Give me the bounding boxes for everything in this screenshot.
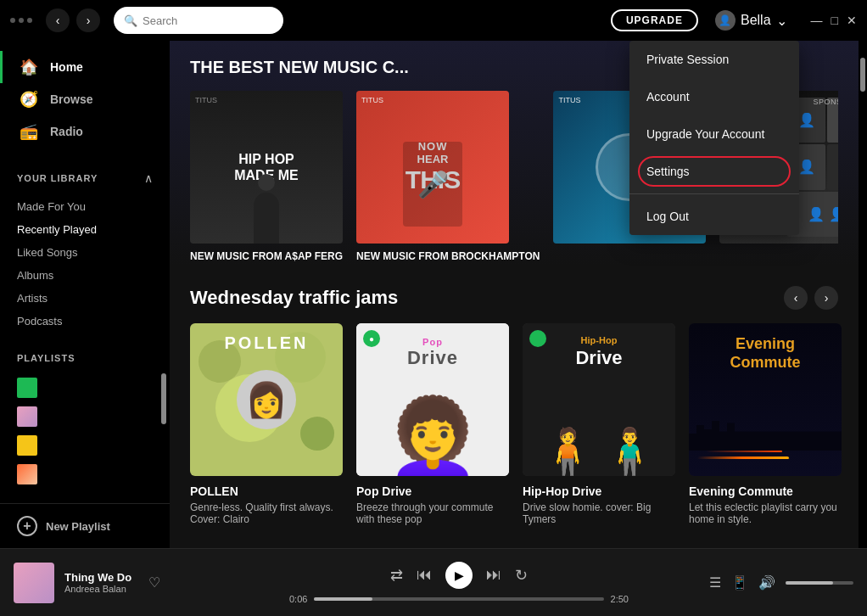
list-item[interactable] xyxy=(17,402,153,431)
dropdown-settings[interactable]: Settings xyxy=(629,153,799,190)
heart-button[interactable]: ♡ xyxy=(148,574,160,591)
minimize-button[interactable]: — xyxy=(811,14,823,27)
playlist-thumb xyxy=(17,435,37,456)
playlist-art-pollen: 👩 POLLEN xyxy=(190,323,343,476)
album-card-hiphop[interactable]: TITUS HIP HOPMADE ME NEW MUSIC FROM A$AP xyxy=(190,91,343,266)
evening-title: EveningCommute xyxy=(730,335,800,372)
window-dots xyxy=(10,18,32,23)
library-item-podcasts[interactable]: Podcasts xyxy=(17,310,153,333)
player-bar: Thing We Do Andreea Balan ♡ ⇄ ⏮ ▶ ⏭ ↻ 0:… xyxy=(0,548,867,616)
global-scrollbar[interactable] xyxy=(859,41,867,548)
chevron-down-icon: ⌄ xyxy=(776,13,787,29)
section-prev-button[interactable]: ‹ xyxy=(784,286,808,310)
section-nav: ‹ › xyxy=(784,286,838,310)
list-item[interactable] xyxy=(17,373,153,402)
playlist-card-pollen[interactable]: 👩 POLLEN POLLEN Genre-less. Quality firs… xyxy=(190,323,343,525)
progress-fill xyxy=(314,597,372,601)
playlist-thumb xyxy=(17,406,37,427)
wednesday-section: Wednesday traffic jams ‹ › xyxy=(170,266,859,539)
dropdown-account[interactable]: Account xyxy=(629,78,799,115)
volume-fill xyxy=(786,581,833,585)
browse-icon: 🧭 xyxy=(20,90,38,109)
pop-label: Pop xyxy=(422,337,443,347)
new-playlist-button[interactable]: + New Playlist xyxy=(0,503,170,548)
sidebar: 🏠 Home 🧭 Browse 📻 Radio YOUR LIBRARY ∧ M… xyxy=(0,41,170,548)
person-icon: 🎤 xyxy=(417,170,449,199)
current-time: 0:06 xyxy=(289,594,307,604)
sidebar-item-label: Browse xyxy=(50,92,93,106)
queue-button[interactable]: ☰ xyxy=(709,574,721,591)
album-card-nhs[interactable]: TITUS NOW HEAR THIS 🎤 NEW MUSIC FROM BRO… xyxy=(356,91,540,266)
titus-label: TITUS xyxy=(558,96,580,104)
light-trail-2 xyxy=(706,451,782,452)
library-item-liked-songs[interactable]: Liked Songs xyxy=(17,241,153,264)
face4: 👤 xyxy=(827,144,838,189)
album-art-image: TITUS HIP HOPMADE ME xyxy=(190,91,343,244)
dropdown-log-out[interactable]: Log Out xyxy=(629,198,799,235)
spotify-icon: ● xyxy=(363,330,380,347)
sidebar-scrollbar-thumb[interactable] xyxy=(161,373,166,424)
play-pause-button[interactable]: ▶ xyxy=(445,562,473,589)
album-info: NEW MUSIC FROM A$AP FERG xyxy=(190,244,343,266)
figure-head xyxy=(258,174,275,191)
section-title: Wednesday traffic jams xyxy=(190,287,398,309)
sidebar-item-home[interactable]: 🏠 Home xyxy=(0,51,170,83)
sidebar-library: YOUR LIBRARY ∧ Made For You Recently Pla… xyxy=(0,158,170,339)
previous-button[interactable]: ⏮ xyxy=(417,566,432,584)
pop-person: 👩‍🦱 xyxy=(356,366,509,476)
shuffle-icon: ⇄ xyxy=(390,567,403,584)
player-right-controls: ☰ 📱 🔊 xyxy=(667,574,853,591)
user-menu-button[interactable]: 👤 Bella ⌄ xyxy=(708,7,794,34)
next-button[interactable]: ⏭ xyxy=(486,566,501,584)
progress-bar[interactable] xyxy=(314,597,603,601)
search-input[interactable] xyxy=(143,14,273,27)
track-artist: Andreea Balan xyxy=(64,584,131,594)
hiphop-drive-visual: Hip-Hop Drive 🧍 🧍‍♂️ xyxy=(523,323,675,476)
avatar: 👤 xyxy=(715,10,736,31)
dropdown-private-session[interactable]: Private Session xyxy=(629,41,799,78)
playlist-card-name: POLLEN xyxy=(190,484,343,498)
evening-visual: EveningCommute xyxy=(689,323,842,476)
library-collapse-button[interactable]: ∧ xyxy=(144,171,153,185)
radio-icon: 📻 xyxy=(20,122,38,141)
playlist-card-pop-drive[interactable]: ● Pop Drive 👩‍🦱 Pop Drive Breeze through… xyxy=(356,323,509,525)
dropdown-menu: Private Session Account Upgrade Your Acc… xyxy=(629,41,799,235)
maximize-button[interactable]: □ xyxy=(831,14,838,27)
playlist-card-desc: Breeze through your commute with these p… xyxy=(356,501,509,525)
list-item[interactable] xyxy=(17,431,153,460)
search-bar[interactable]: 🔍 xyxy=(114,7,283,34)
back-button[interactable]: ‹ xyxy=(46,8,70,32)
forward-button[interactable]: › xyxy=(76,8,100,32)
playback-buttons: ⇄ ⏮ ▶ ⏭ ↻ xyxy=(390,562,528,589)
devices-button[interactable]: 📱 xyxy=(731,574,748,591)
window-controls: — □ ✕ xyxy=(811,14,857,27)
library-item-albums[interactable]: Albums xyxy=(17,264,153,287)
pollen-person-circle: 👩 xyxy=(237,370,296,429)
track-details: Thing We Do Andreea Balan xyxy=(64,571,131,594)
close-button[interactable]: ✕ xyxy=(847,14,857,27)
shuffle-button[interactable]: ⇄ xyxy=(390,566,403,585)
library-item-made-for-you[interactable]: Made For You xyxy=(17,195,153,218)
dropdown-divider xyxy=(629,193,799,194)
repeat-button[interactable]: ↻ xyxy=(515,566,528,585)
playlist-thumb xyxy=(17,464,37,484)
library-item-recently-played[interactable]: Recently Played xyxy=(17,218,153,241)
volume-button[interactable]: 🔊 xyxy=(758,574,775,591)
global-scrollbar-thumb xyxy=(860,58,865,92)
playlist-card-name: Hip-Hop Drive xyxy=(523,484,675,498)
sidebar-scrollbar xyxy=(161,339,166,503)
sidebar-item-browse[interactable]: 🧭 Browse xyxy=(0,83,170,115)
dropdown-upgrade-account[interactable]: Upgrade Your Account xyxy=(629,115,799,153)
list-item[interactable] xyxy=(17,460,153,489)
library-item-artists[interactable]: Artists xyxy=(17,287,153,310)
sidebar-item-radio[interactable]: 📻 Radio xyxy=(0,115,170,148)
playlist-thumb xyxy=(17,378,37,398)
playlist-card-evening[interactable]: EveningCommute Evening Commute Let this … xyxy=(689,323,842,525)
section-next-button[interactable]: › xyxy=(814,286,838,310)
upgrade-button[interactable]: UPGRADE xyxy=(611,9,698,31)
library-header: YOUR LIBRARY ∧ xyxy=(17,171,153,185)
title-bar: ‹ › 🔍 UPGRADE 👤 Bella ⌄ — □ ✕ xyxy=(0,0,867,41)
playlist-card-hiphop-drive[interactable]: Hip-Hop Drive 🧍 🧍‍♂️ Hip-Hop Drive Drive… xyxy=(523,323,675,525)
volume-bar[interactable] xyxy=(786,581,853,585)
search-icon: 🔍 xyxy=(124,14,137,27)
